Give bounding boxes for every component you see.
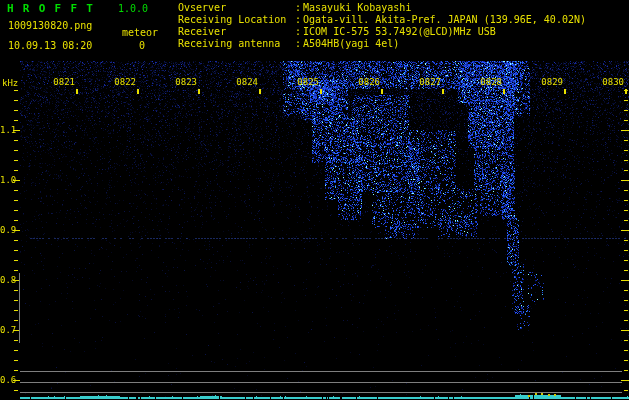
y-minor-tick-left [14, 360, 18, 361]
y-minor-tick-left [14, 340, 18, 341]
y-minor-tick-left [14, 220, 18, 221]
info-value: ICOM IC-575 53.7492(@LCD)MHz USB [303, 26, 496, 38]
y-minor-tick-right [624, 200, 628, 201]
y-tick-label: 0.8 [0, 275, 13, 285]
level-gridline [20, 392, 622, 393]
y-minor-tick-left [14, 160, 18, 161]
y-minor-tick-left [14, 390, 18, 391]
y-major-tick-right [621, 280, 629, 281]
x-tick-label: 0824 [233, 77, 258, 87]
y-minor-tick-left [14, 320, 18, 321]
y-minor-tick-right [624, 240, 628, 241]
y-minor-tick-left [14, 190, 18, 191]
x-tick-label: 0825 [294, 77, 319, 87]
y-tick-label: 0.6 [0, 375, 13, 385]
y-minor-tick-right [624, 210, 628, 211]
y-minor-tick-right [624, 270, 628, 271]
y-tick-label: 1.0 [0, 175, 13, 185]
y-major-tick-right [621, 230, 629, 231]
y-minor-tick-right [624, 260, 628, 261]
y-minor-tick-right [624, 90, 628, 91]
level-gridline [20, 382, 622, 383]
y-minor-tick-right [624, 360, 628, 361]
y-minor-tick-left [14, 240, 18, 241]
x-tick-mark [442, 89, 444, 94]
y-minor-tick-right [624, 220, 628, 221]
y-minor-tick-right [624, 370, 628, 371]
x-tick-mark [198, 89, 200, 94]
y-minor-tick-right [624, 100, 628, 101]
x-tick-label: 0826 [355, 77, 380, 87]
y-major-tick-right [621, 380, 629, 381]
station-info-row: Ovserver:Masayuki Kobayashi [178, 2, 586, 14]
x-tick-mark [503, 89, 505, 94]
y-minor-tick-left [14, 200, 18, 201]
x-tick-mark [137, 89, 139, 94]
y-minor-tick-right [624, 350, 628, 351]
y-minor-tick-left [14, 350, 18, 351]
x-tick-label: 0822 [111, 77, 136, 87]
y-minor-tick-right [624, 290, 628, 291]
y-major-tick-left [13, 180, 20, 181]
y-minor-tick-left [14, 310, 18, 311]
x-tick-mark [320, 89, 322, 94]
y-major-tick-left [13, 230, 20, 231]
y-tick-label: 0.9 [0, 225, 13, 235]
x-tick-mark [564, 89, 566, 94]
y-major-tick-left [13, 130, 20, 131]
info-label: Receiver [178, 26, 295, 38]
y-minor-tick-left [14, 110, 18, 111]
info-value: Ogata-vill. Akita-Pref. JAPAN (139.96E, … [303, 14, 586, 26]
info-label: Receiving antenna [178, 38, 295, 50]
x-tick-label: 0821 [50, 77, 75, 87]
y-axis-unit-label: kHz [2, 78, 18, 88]
station-info-table: Ovserver:Masayuki KobayashiReceiving Loc… [178, 2, 586, 50]
y-minor-tick-left [14, 290, 18, 291]
y-tick-label: 1.1 [0, 125, 13, 135]
x-tick-label: 0828 [477, 77, 502, 87]
info-value: Masayuki Kobayashi [303, 2, 411, 14]
y-minor-tick-right [624, 120, 628, 121]
meteor-count-value: 0 [139, 40, 145, 51]
y-minor-tick-right [624, 110, 628, 111]
y-minor-tick-right [624, 390, 628, 391]
x-tick-label: 0827 [416, 77, 441, 87]
info-colon: : [295, 38, 301, 50]
y-minor-tick-right [624, 320, 628, 321]
y-minor-tick-left [14, 90, 18, 91]
x-tick-mark [259, 89, 261, 94]
y-minor-tick-left [14, 170, 18, 171]
y-minor-tick-left [14, 210, 18, 211]
spectrogram-canvas [0, 0, 629, 400]
y-minor-tick-left [14, 260, 18, 261]
x-tick-label: 0829 [538, 77, 563, 87]
app-title: H R O F F T [7, 2, 94, 15]
y-minor-tick-left [14, 100, 18, 101]
output-filename: 1009130820.png [8, 20, 92, 31]
y-minor-tick-right [624, 170, 628, 171]
meteor-count-label: meteor [122, 27, 158, 38]
station-info-row: Receiving antenna:A504HB(yagi 4el) [178, 38, 586, 50]
hrofft-output-image: H R O F F T 1.0.0 1009130820.png meteor … [0, 0, 629, 400]
x-tick-label: 0830 [599, 77, 624, 87]
info-label: Ovserver [178, 2, 295, 14]
y-minor-tick-right [624, 150, 628, 151]
level-axis-line [19, 273, 20, 343]
y-major-tick-right [621, 130, 629, 131]
y-minor-tick-left [14, 270, 18, 271]
y-minor-tick-left [14, 300, 18, 301]
y-minor-tick-left [14, 140, 18, 141]
y-tick-label: 0.7 [0, 325, 13, 335]
level-gridline [20, 371, 622, 372]
x-tick-mark [381, 89, 383, 94]
station-info-row: Receiving Location:Ogata-vill. Akita-Pre… [178, 14, 586, 26]
info-colon: : [295, 2, 301, 14]
observation-datetime: 10.09.13 08:20 [8, 40, 92, 51]
info-colon: : [295, 14, 301, 26]
app-version: 1.0.0 [118, 3, 148, 14]
y-major-tick-right [621, 330, 629, 331]
y-minor-tick-right [624, 310, 628, 311]
y-minor-tick-left [14, 120, 18, 121]
x-tick-mark [76, 89, 78, 94]
y-minor-tick-right [624, 140, 628, 141]
